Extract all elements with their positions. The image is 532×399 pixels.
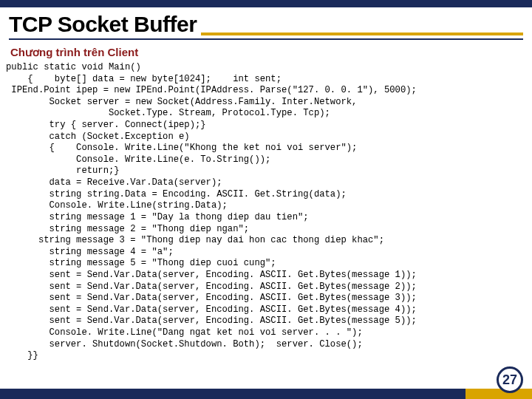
- footer-navy: [0, 389, 466, 399]
- code-block: public static void Main() { byte[] data …: [0, 62, 532, 362]
- slide-subtitle: Chương trình trên Client: [0, 46, 532, 62]
- page-number-badge: 27: [497, 366, 523, 393]
- top-accent-bar: [0, 0, 532, 7]
- title-row: TCP Socket Buffer: [0, 7, 532, 38]
- title-divider: [9, 38, 523, 40]
- slide-title: TCP Socket Buffer: [9, 12, 197, 38]
- title-underline: [201, 33, 523, 35]
- page-number: 27: [502, 372, 517, 388]
- footer-bar: [0, 389, 532, 399]
- footer-gold: [466, 389, 532, 399]
